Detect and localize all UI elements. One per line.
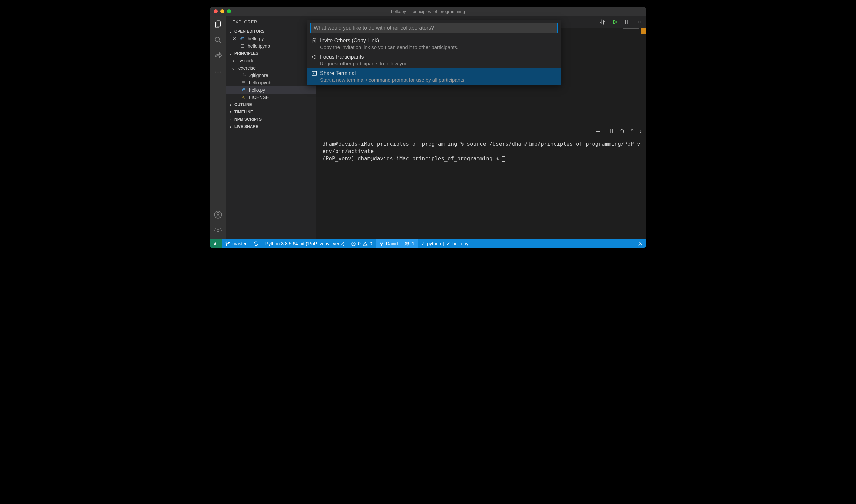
broadcast-icon: [213, 241, 218, 246]
file-item[interactable]: .gitignore: [226, 72, 316, 79]
svg-point-9: [243, 75, 244, 76]
command-item-invite[interactable]: Invite Others (Copy Link) Copy the invit…: [307, 36, 561, 52]
feedback-button[interactable]: [634, 239, 646, 248]
liveshare-user[interactable]: David: [376, 239, 401, 248]
input-placeholder: What would you like to do with other col…: [314, 25, 434, 31]
explorer-tab[interactable]: [213, 19, 223, 29]
gear-file-icon: [241, 73, 246, 78]
command-desc: Request other participants to follow you…: [311, 61, 557, 66]
participants[interactable]: 1: [401, 239, 418, 248]
person-icon: [638, 241, 643, 246]
expand-icon[interactable]: ›: [639, 127, 642, 135]
open-editor-item[interactable]: hello.ipynb: [226, 42, 316, 50]
folder-name: .vscode: [238, 58, 254, 63]
sidebar-title: EXPLORER: [226, 16, 316, 28]
run-icon[interactable]: [612, 19, 618, 25]
file-item[interactable]: hello.py: [226, 86, 316, 94]
accounts-tab[interactable]: [213, 210, 223, 219]
check-icon: ✓: [446, 241, 450, 246]
project-section[interactable]: ⌄ PRINCIPLES: [226, 50, 316, 57]
window-title: hello.py — principles_of_programming: [210, 9, 646, 14]
command-desc: Copy the invitation link so you can send…: [311, 44, 557, 50]
outline-section[interactable]: › OUTLINE: [226, 101, 316, 108]
svg-point-3: [217, 71, 218, 72]
terminal-cursor: [502, 156, 505, 162]
svg-rect-28: [312, 71, 317, 75]
python-interpreter[interactable]: Python 3.8.5 64-bit ('PoP_venv': venv): [262, 239, 348, 248]
liveshare-section[interactable]: › LIVE SHARE: [226, 123, 316, 130]
user-name: David: [386, 241, 398, 246]
terminal-icon: [311, 70, 317, 76]
chevron-right-icon: ›: [228, 117, 233, 122]
more-actions-icon[interactable]: [637, 19, 644, 25]
liveshare-status[interactable]: [210, 239, 222, 248]
file-label: hello.py: [452, 241, 468, 246]
sync-button[interactable]: [250, 239, 262, 248]
key-icon: [241, 95, 246, 100]
trash-icon[interactable]: [619, 128, 625, 134]
python-icon: [241, 87, 246, 93]
command-palette: What would you like to do with other col…: [307, 20, 561, 85]
command-input[interactable]: What would you like to do with other col…: [311, 23, 557, 33]
open-editor-item[interactable]: ✕ hello.py: [226, 35, 316, 42]
titlebar: hello.py — principles_of_programming: [210, 7, 646, 16]
command-item-focus[interactable]: Focus Participants Request other partici…: [307, 52, 561, 68]
problems[interactable]: 0 0: [348, 239, 376, 248]
svg-point-8: [241, 37, 242, 37]
collapse-icon[interactable]: ^: [631, 128, 634, 134]
command-item-share-terminal[interactable]: Share Terminal Start a new terminal / co…: [307, 68, 561, 85]
lint-status[interactable]: ✓ python | ✓ hello.py: [418, 239, 472, 248]
megaphone-icon: [311, 54, 317, 60]
compare-icon[interactable]: [599, 19, 606, 25]
chevron-right-icon: ›: [228, 102, 233, 107]
file-item[interactable]: LICENSE: [226, 94, 316, 101]
open-editors-section[interactable]: ⌄ OPEN EDITORS: [226, 28, 316, 35]
liveshare-tab[interactable]: [213, 51, 223, 61]
terminal-output[interactable]: dham@davids-iMac principles_of_programmi…: [316, 138, 646, 240]
file-name: LICENSE: [249, 95, 269, 100]
chevron-right-icon: ›: [228, 110, 233, 114]
clipboard-icon: [311, 38, 317, 44]
svg-point-4: [220, 71, 221, 72]
svg-point-20: [226, 244, 227, 245]
folder-item[interactable]: ⌄ exercise: [226, 64, 316, 72]
chevron-right-icon: ›: [231, 58, 236, 63]
search-tab[interactable]: [213, 35, 223, 45]
file-item[interactable]: hello.ipynb: [226, 79, 316, 86]
error-count: 0: [358, 241, 361, 246]
git-branch[interactable]: master: [222, 239, 250, 248]
terminal-line: (PoP_venv) dham@davids-iMac principles_o…: [322, 155, 502, 162]
command-title: Invite Others (Copy Link): [320, 38, 379, 44]
panel-label: OUTLINE: [234, 102, 252, 107]
app-window: hello.py — principles_of_programming: [210, 7, 646, 248]
split-terminal-icon[interactable]: [607, 128, 613, 134]
svg-point-15: [640, 22, 641, 22]
svg-point-0: [215, 37, 219, 41]
timeline-section[interactable]: › TIMELINE: [226, 108, 316, 116]
split-editor-icon[interactable]: [624, 19, 631, 25]
folder-item[interactable]: › .vscode: [226, 57, 316, 64]
status-bar: master Python 3.8.5 64-bit ('PoP_venv': …: [210, 239, 646, 248]
project-label: PRINCIPLES: [234, 51, 258, 56]
python-icon: [240, 36, 245, 41]
minimap[interactable]: [623, 28, 646, 35]
notebook-icon: [241, 80, 246, 85]
chevron-down-icon: ⌄: [231, 65, 236, 71]
activity-bar: [210, 16, 226, 239]
lang-label: python: [427, 241, 441, 246]
share-arrow-icon: [213, 51, 223, 61]
terminal-toolbar: ＋ ^ ›: [316, 125, 646, 138]
npm-section[interactable]: › NPM SCRIPTS: [226, 116, 316, 123]
file-name: hello.py: [248, 36, 264, 41]
close-icon[interactable]: ✕: [232, 36, 237, 41]
new-terminal-icon[interactable]: ＋: [595, 127, 601, 136]
file-name: hello.ipynb: [248, 43, 270, 49]
sync-icon: [253, 241, 258, 246]
participant-count: 1: [412, 241, 414, 246]
account-icon: [214, 210, 222, 219]
file-name: hello.ipynb: [249, 80, 271, 85]
file-name: hello.py: [249, 87, 265, 93]
more-tab[interactable]: [213, 67, 223, 77]
command-desc: Start a new terminal / command prompt fo…: [311, 77, 557, 83]
settings-tab[interactable]: [213, 226, 223, 235]
